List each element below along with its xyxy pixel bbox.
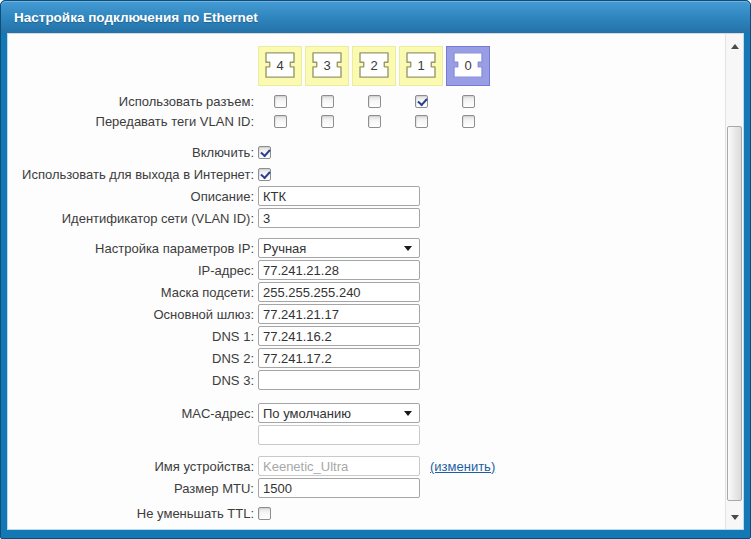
- port-tile-3[interactable]: 3: [305, 46, 349, 86]
- mac-custom-row: [8, 425, 726, 445]
- device-name-input[interactable]: [258, 456, 420, 476]
- dns1-label: DNS 1:: [8, 329, 254, 344]
- triangle-up-icon: [731, 44, 739, 49]
- port-label: 3: [306, 47, 348, 83]
- subnet-mask-label: Маска подсети:: [8, 285, 254, 300]
- vlan-tag-3-checkbox[interactable]: [321, 115, 334, 128]
- use-for-internet-checkbox[interactable]: [258, 168, 271, 181]
- chevron-down-icon: [404, 246, 412, 251]
- ip-settings-selected-value: Ручная: [263, 241, 404, 256]
- port-label: 2: [353, 47, 395, 83]
- dns3-row: DNS 3:: [8, 370, 726, 390]
- use-for-internet-label: Использовать для выхода в Интернет:: [8, 167, 254, 182]
- enable-checkbox[interactable]: [258, 146, 271, 159]
- use-for-internet-row: Использовать для выхода в Интернет:: [8, 164, 726, 184]
- mac-address-selected-value: По умолчанию: [263, 406, 404, 421]
- port-tile-0[interactable]: 0: [446, 46, 490, 86]
- use-port-1-checkbox[interactable]: [415, 95, 428, 108]
- vlan-tags-checkbox-grid: [258, 115, 493, 128]
- titlebar: Настройка подключения по Ethernet: [1, 1, 750, 33]
- mac-address-label: MAC-адрес:: [8, 406, 254, 421]
- description-input[interactable]: [258, 186, 420, 206]
- dialog-content: 4 3 2 1: [7, 33, 744, 530]
- subnet-mask-input[interactable]: [258, 282, 420, 302]
- vlan-tag-4-checkbox[interactable]: [274, 115, 287, 128]
- port-tile-2[interactable]: 2: [352, 46, 396, 86]
- vlan-tags-row: Передавать теги VLAN ID:: [8, 112, 726, 130]
- mtu-input[interactable]: [258, 478, 420, 498]
- port-tile-4[interactable]: 4: [258, 46, 302, 86]
- dns3-label: DNS 3:: [8, 373, 254, 388]
- dns2-input[interactable]: [258, 348, 420, 368]
- use-port-2-checkbox[interactable]: [368, 95, 381, 108]
- chevron-down-icon: [404, 411, 412, 416]
- ip-settings-select[interactable]: Ручная: [258, 238, 420, 258]
- ttl-checkbox[interactable]: [258, 507, 271, 520]
- vlan-id-input[interactable]: [258, 208, 420, 228]
- use-port-checkbox-grid: [258, 95, 493, 108]
- dns2-label: DNS 2:: [8, 351, 254, 366]
- mac-custom-input[interactable]: [258, 425, 420, 445]
- scrollbar-thumb[interactable]: [727, 126, 742, 501]
- use-port-label: Использовать разъем:: [8, 94, 254, 109]
- form-area: 4 3 2 1: [8, 46, 726, 523]
- scroll-up-button[interactable]: [726, 38, 743, 55]
- mac-address-row: MAC-адрес: По умолчанию: [8, 403, 726, 423]
- use-port-4-checkbox[interactable]: [274, 95, 287, 108]
- change-device-name-link[interactable]: (изменить): [430, 459, 495, 474]
- subnet-mask-row: Маска подсети:: [8, 282, 726, 302]
- ttl-row: Не уменьшать TTL:: [8, 503, 726, 523]
- enable-row: Включить:: [8, 142, 726, 162]
- description-row: Описание:: [8, 186, 726, 206]
- mtu-row: Размер MTU:: [8, 478, 726, 498]
- use-port-row: Использовать разъем:: [8, 92, 726, 110]
- vlan-id-row: Идентификатор сети (VLAN ID):: [8, 208, 726, 228]
- vlan-tag-1-checkbox[interactable]: [415, 115, 428, 128]
- triangle-down-icon: [731, 515, 739, 520]
- enable-label: Включить:: [8, 145, 254, 160]
- vlan-tag-2-checkbox[interactable]: [368, 115, 381, 128]
- port-label: 1: [400, 47, 442, 83]
- device-name-label: Имя устройства:: [8, 459, 254, 474]
- vlan-tag-0-checkbox[interactable]: [462, 115, 475, 128]
- use-port-0-checkbox[interactable]: [462, 95, 475, 108]
- ip-address-label: IP-адрес:: [8, 263, 254, 278]
- vlan-id-label: Идентификатор сети (VLAN ID):: [8, 211, 254, 226]
- ttl-label: Не уменьшать TTL:: [8, 506, 254, 521]
- scroll-down-button[interactable]: [726, 509, 743, 526]
- scrollbar[interactable]: [725, 34, 743, 529]
- port-tile-1[interactable]: 1: [399, 46, 443, 86]
- port-label: 0: [447, 47, 489, 83]
- device-name-row: Имя устройства: (изменить): [8, 456, 726, 476]
- dns1-input[interactable]: [258, 326, 420, 346]
- mac-address-select[interactable]: По умолчанию: [258, 403, 420, 423]
- gateway-label: Основной шлюз:: [8, 307, 254, 322]
- vlan-tags-label: Передавать теги VLAN ID:: [8, 114, 254, 129]
- port-label: 4: [259, 47, 301, 83]
- use-port-3-checkbox[interactable]: [321, 95, 334, 108]
- dns3-input[interactable]: [258, 370, 420, 390]
- description-label: Описание:: [8, 189, 254, 204]
- dns1-row: DNS 1:: [8, 326, 726, 346]
- ip-settings-row: Настройка параметров IP: Ручная: [8, 238, 726, 258]
- gateway-row: Основной шлюз:: [8, 304, 726, 324]
- dialog-title: Настройка подключения по Ethernet: [14, 10, 258, 25]
- ethernet-settings-dialog: Настройка подключения по Ethernet 4 3: [0, 0, 751, 539]
- ip-address-row: IP-адрес:: [8, 260, 726, 280]
- ip-settings-label: Настройка параметров IP:: [8, 241, 254, 256]
- gateway-input[interactable]: [258, 304, 420, 324]
- port-tiles-row: 4 3 2 1: [258, 46, 726, 86]
- ip-address-input[interactable]: [258, 260, 420, 280]
- mtu-label: Размер MTU:: [8, 481, 254, 496]
- dns2-row: DNS 2:: [8, 348, 726, 368]
